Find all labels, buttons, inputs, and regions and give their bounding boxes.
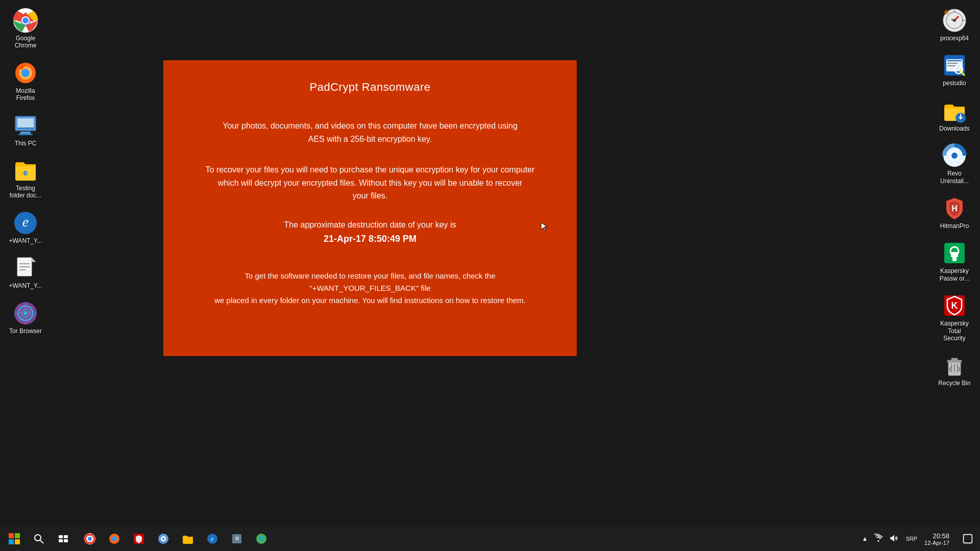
desktop-icon-this-pc[interactable]: This PC [5,110,46,150]
ransomware-paragraph2: To recover your files you will need to p… [206,163,535,203]
desktop-icon-hitmanpro[interactable]: H HitmanPro [934,193,975,233]
svg-point-65 [112,536,117,541]
this-pc-icon [13,113,38,138]
recycle-bin-label: Recycle Bin [938,380,970,387]
taskbar-edge[interactable]: e [200,527,225,551]
svg-text:🌐: 🌐 [258,535,265,542]
procexp64-icon [942,8,967,33]
svg-point-42 [951,153,958,159]
taskbar-app-1[interactable]: ⚙ [225,527,249,551]
svg-point-76 [878,540,879,541]
taskbar-files[interactable] [176,527,200,551]
svg-point-69 [162,538,165,540]
chrome-icon [13,8,38,33]
firefox-icon [13,61,38,85]
desktop-icons-right: procexp64 pestudio [934,5,975,390]
taskbar-clock: 20:58 12-Apr-17 [924,532,949,546]
tor-browser-label: Tor Browser [9,328,42,335]
svg-point-56 [35,535,41,541]
desktop-icon-want-files-2[interactable]: +WANT_Y... [5,253,46,292]
svg-line-57 [40,540,43,543]
taskbar-search-button[interactable] [27,527,51,551]
ransomware-footer: To get the software needed to restore yo… [194,270,546,307]
testing-folder-label: Testing folder doc... [8,185,43,199]
taskbar-language: SRP [905,536,917,542]
desktop-icon-kaspersky-pass[interactable]: Kaspersky Passw or... [934,238,975,285]
firefox-label: Mozilla Firefox [8,87,43,102]
svg-rect-59 [64,535,68,538]
taskbar-tray-arrow[interactable]: ▲ [862,535,868,542]
svg-text:e: e [22,214,29,230]
desktop-icon-revo-uninstall[interactable]: Revo Uninstall... [934,140,975,188]
taskbar-greenshot[interactable] [151,527,176,551]
taskbar-apps: e ⚙ 🌐 [78,527,862,551]
taskbar-chrome[interactable] [78,527,102,551]
taskbar-firefox[interactable] [102,527,127,551]
want-files-1-label: +WANT_Y... [9,237,42,244]
svg-rect-51 [947,360,962,362]
downloads-icon [942,98,967,123]
chrome-label: Google Chrome [8,35,43,49]
desktop-icon-recycle-bin[interactable]: Recycle Bin [934,350,975,390]
ransomware-date-section: The approximate destruction date of your… [284,220,456,244]
desktop-icon-procexp64[interactable]: procexp64 [934,5,975,45]
svg-rect-52 [951,358,958,360]
downloads-label: Downloads [939,125,969,132]
desktop-icon-kaspersky-total[interactable]: K Kaspersky Total Security [934,290,975,345]
ransomware-title: PadCrypt Ransomware [310,81,431,94]
taskbar-comodo[interactable] [127,527,151,551]
svg-rect-10 [17,118,34,129]
desktop-icon-mozilla-firefox[interactable]: Mozilla Firefox [5,58,46,105]
svg-text:K: K [951,300,958,311]
svg-marker-77 [891,535,895,542]
svg-rect-60 [59,539,63,542]
windows-logo [9,533,20,544]
taskbar-task-view-button[interactable] [51,527,76,551]
revo-uninstall-icon [942,143,967,168]
ransomware-date: 21-Apr-17 8:50:49 PM [284,234,456,244]
svg-rect-58 [59,535,63,538]
kaspersky-total-label: Kaspersky Total Security [937,320,972,342]
svg-rect-11 [20,132,31,134]
testing-folder-icon: e [13,158,38,183]
volume-icon [889,534,898,544]
svg-point-8 [21,69,30,77]
ransomware-paragraph1: Your photos, documents, and videos on th… [223,119,518,145]
desktop-icon-google-chrome[interactable]: Google Chrome [5,5,46,53]
kaspersky-pass-label: Kaspersky Passw or... [937,267,972,282]
desktop-icons-left: Google Chrome Mozilla Firefox [5,5,46,338]
want-files-1-icon: e [13,211,38,235]
svg-rect-47 [951,252,958,257]
kaspersky-total-icon: K [942,293,967,318]
taskbar-tray: ▲ SRP 20:58 12-Apr-17 [862,527,978,551]
desktop-icon-downloads[interactable]: Downloads [934,95,975,135]
taskbar-time: 20:58 [924,532,949,540]
ransomware-date-label: The approximate destruction date of your… [284,220,456,230]
revo-uninstall-label: Revo Uninstall... [937,170,972,185]
start-button[interactable] [2,527,27,551]
svg-rect-13 [17,128,34,129]
svg-point-63 [88,537,92,541]
this-pc-label: This PC [15,140,37,147]
desktop-icon-want-files-1[interactable]: e +WANT_Y... [5,208,46,247]
taskbar-app-2[interactable]: 🌐 [249,527,274,551]
taskbar-date: 12-Apr-17 [924,540,949,546]
notification-button[interactable] [958,527,978,551]
want-files-2-icon [13,256,38,280]
svg-text:H: H [951,204,958,213]
taskbar: e ⚙ 🌐 ▲ [0,527,980,551]
svg-rect-61 [64,539,68,542]
want-files-2-label: +WANT_Y... [9,282,42,289]
hitmanpro-icon: H [942,196,967,220]
tor-browser-icon [13,301,38,325]
desktop-icon-tor-browser[interactable]: Tor Browser [5,298,46,338]
desktop: Google Chrome Mozilla Firefox [0,0,980,551]
desktop-icon-testing-folder[interactable]: e Testing folder doc... [5,155,46,203]
svg-rect-35 [947,63,958,64]
hitmanpro-label: HitmanPro [940,222,969,230]
network-icon [874,534,883,544]
svg-rect-34 [947,60,962,61]
desktop-icon-pestudio[interactable]: pestudio [934,50,975,90]
pestudio-label: pestudio [943,80,966,87]
svg-text:e: e [23,168,28,177]
